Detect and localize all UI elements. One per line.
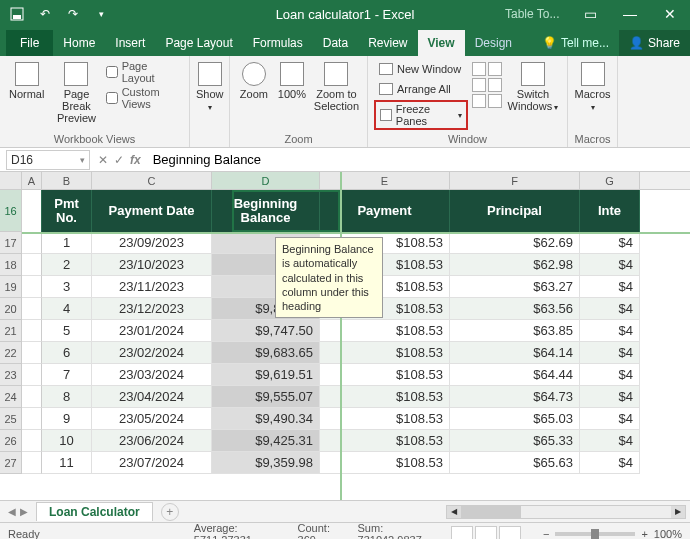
tab-home[interactable]: Home — [53, 30, 105, 56]
sheet-nav-next-icon[interactable]: ▶ — [20, 506, 28, 517]
cell[interactable]: $4 — [580, 452, 640, 474]
cell[interactable]: $9,359.98 — [212, 452, 320, 474]
formula-input[interactable] — [147, 150, 690, 170]
cell[interactable] — [22, 430, 42, 452]
cell[interactable] — [22, 452, 42, 474]
reset-pos-button[interactable] — [488, 94, 502, 108]
cell[interactable]: 5 — [42, 320, 92, 342]
minimize-icon[interactable]: — — [610, 0, 650, 28]
cell[interactable]: 8 — [42, 386, 92, 408]
cell[interactable] — [22, 320, 42, 342]
undo-icon[interactable]: ↶ — [34, 3, 56, 25]
row-head[interactable]: 18 — [0, 254, 22, 276]
header-principal[interactable]: Principal — [450, 190, 580, 232]
tab-insert[interactable]: Insert — [105, 30, 155, 56]
tab-formulas[interactable]: Formulas — [243, 30, 313, 56]
cell[interactable]: 9 — [42, 408, 92, 430]
zoom-button[interactable]: Zoom — [236, 60, 272, 100]
zoom-to-selection-button[interactable]: Zoom to Selection — [312, 60, 361, 112]
zoom-slider-thumb[interactable] — [591, 529, 599, 539]
row-head[interactable]: 25 — [0, 408, 22, 430]
cell[interactable] — [22, 276, 42, 298]
close-icon[interactable]: ✕ — [650, 0, 690, 28]
cell[interactable]: 11 — [42, 452, 92, 474]
view-page-break-button[interactable] — [499, 526, 521, 540]
tell-me[interactable]: 💡Tell me... — [532, 30, 619, 56]
qat-customize-icon[interactable]: ▾ — [90, 3, 112, 25]
cell[interactable] — [22, 364, 42, 386]
custom-views-check[interactable]: Custom Views — [106, 86, 183, 110]
col-head-C[interactable]: C — [92, 172, 212, 189]
cell[interactable]: 23/05/2024 — [92, 408, 212, 430]
spreadsheet-grid[interactable]: A B C D E F G 16 1718192021222324252627 … — [0, 172, 690, 500]
col-head-F[interactable]: F — [450, 172, 580, 189]
hide-button[interactable] — [472, 78, 486, 92]
cell[interactable] — [22, 342, 42, 364]
cell[interactable]: $62.69 — [450, 232, 580, 254]
cell[interactable]: 23/01/2024 — [92, 320, 212, 342]
cell[interactable]: $65.03 — [450, 408, 580, 430]
col-head-G[interactable]: G — [580, 172, 640, 189]
cell[interactable]: $4 — [580, 232, 640, 254]
cell[interactable]: 23/11/2023 — [92, 276, 212, 298]
scroll-left-icon[interactable]: ◀ — [447, 506, 461, 518]
cell[interactable]: $9,425.31 — [212, 430, 320, 452]
row-head[interactable]: 19 — [0, 276, 22, 298]
normal-view-button[interactable]: Normal — [6, 60, 47, 100]
zoom-in-button[interactable]: + — [641, 528, 647, 540]
cell[interactable]: $9,747.50 — [212, 320, 320, 342]
redo-icon[interactable]: ↷ — [62, 3, 84, 25]
cell[interactable]: $4 — [580, 430, 640, 452]
share-button[interactable]: 👤Share — [619, 30, 690, 56]
cell[interactable]: $63.56 — [450, 298, 580, 320]
page-break-preview-button[interactable]: Page Break Preview — [51, 60, 101, 124]
tab-design[interactable]: Design — [465, 30, 522, 56]
cell[interactable]: $9,555.07 — [212, 386, 320, 408]
horizontal-scrollbar[interactable]: ◀ ▶ — [446, 505, 686, 519]
sheet-tab[interactable]: Loan Calculator — [36, 502, 153, 521]
cell[interactable]: 23/06/2024 — [92, 430, 212, 452]
col-head-A[interactable]: A — [22, 172, 42, 189]
header-beginning-balance[interactable]: Beginning Balance — [212, 190, 320, 232]
scroll-right-icon[interactable]: ▶ — [671, 506, 685, 518]
cell[interactable]: $4 — [580, 298, 640, 320]
view-side-button[interactable] — [488, 62, 502, 76]
cell[interactable]: $62.98 — [450, 254, 580, 276]
tab-review[interactable]: Review — [358, 30, 417, 56]
cell[interactable]: 23/07/2024 — [92, 452, 212, 474]
cell[interactable]: $4 — [580, 342, 640, 364]
row-head[interactable]: 16 — [0, 190, 22, 232]
cell[interactable]: 23/03/2024 — [92, 364, 212, 386]
cell[interactable]: $65.63 — [450, 452, 580, 474]
add-sheet-button[interactable]: + — [161, 503, 179, 521]
cell[interactable]: $4 — [580, 254, 640, 276]
header-interest[interactable]: Inte — [580, 190, 640, 232]
cell[interactable] — [22, 232, 42, 254]
cell[interactable]: $64.14 — [450, 342, 580, 364]
tab-view[interactable]: View — [418, 30, 465, 56]
sync-scroll-button[interactable] — [488, 78, 502, 92]
cell[interactable] — [22, 298, 42, 320]
zoom-out-button[interactable]: − — [543, 528, 549, 540]
macros-button[interactable]: Macros▾ — [574, 60, 611, 113]
col-head-B[interactable]: B — [42, 172, 92, 189]
page-layout-check[interactable]: Page Layout — [106, 60, 183, 84]
save-icon[interactable] — [6, 3, 28, 25]
row-head[interactable]: 26 — [0, 430, 22, 452]
cell[interactable]: $9,619.51 — [212, 364, 320, 386]
view-normal-button[interactable] — [451, 526, 473, 540]
header-payment-date[interactable]: Payment Date — [92, 190, 212, 232]
cell[interactable]: 10 — [42, 430, 92, 452]
scroll-thumb[interactable] — [461, 506, 521, 518]
col-head-D[interactable]: D — [212, 172, 320, 189]
cell[interactable]: $4 — [580, 386, 640, 408]
cell[interactable]: $4 — [580, 320, 640, 342]
name-box[interactable]: D16▾ — [6, 150, 90, 170]
zoom-100-button[interactable]: 100% — [276, 60, 308, 100]
tab-data[interactable]: Data — [313, 30, 358, 56]
cell[interactable]: 3 — [42, 276, 92, 298]
tab-page-layout[interactable]: Page Layout — [155, 30, 242, 56]
zoom-slider[interactable] — [555, 532, 635, 536]
cell[interactable]: $4 — [580, 364, 640, 386]
select-all-button[interactable] — [0, 172, 22, 189]
